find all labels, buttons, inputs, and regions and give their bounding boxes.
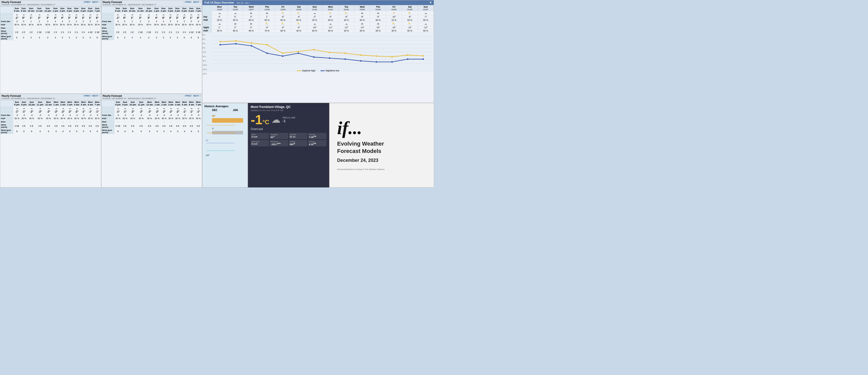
svg-point-32: [375, 61, 377, 63]
w8: 2 S: [66, 30, 73, 35]
svg-point-14: [313, 49, 315, 50]
courtesy-text: Screenshots/Data Courtesy of The Weather…: [337, 168, 426, 170]
temp7: 4°: [59, 16, 66, 20]
hourly-panel-1: Hourly Forecast SUNDAY, DECEMBER 24 - WE…: [0, 0, 101, 94]
w2: 2 E: [20, 30, 27, 35]
if-text: if...: [337, 120, 426, 136]
wg7: 3: [59, 35, 66, 40]
svg-point-12: [282, 53, 283, 54]
overview-title: Full 14 Days Overview: [205, 1, 234, 4]
svg-point-10: [251, 42, 252, 44]
svg-point-8: [219, 41, 221, 42]
p2-sun-7: Sun7 pm: [195, 7, 202, 13]
panel1-subtitle: SUNDAY, DECEMBER 24 - WEDNESDAY, DECEMBE…: [2, 4, 55, 6]
wgust-label: Wind gust(km/h): [0, 35, 13, 40]
legend-nighttime: Nighttime low: [326, 69, 339, 72]
p2-sun-6: Sun6 pm: [188, 7, 195, 13]
left-column: Hourly Forecast SUNDAY, DECEMBER 24 - WE…: [0, 0, 202, 188]
svg-point-28: [313, 57, 315, 58]
temp12: 0°: [94, 16, 101, 20]
panel1-prev-btn[interactable]: ‹ PREV: [83, 1, 91, 3]
cond-3: ☁: [27, 13, 35, 16]
r8: -: [66, 26, 73, 30]
svg-point-17: [360, 55, 362, 56]
cond-12: ☁: [94, 13, 101, 16]
r9: -: [73, 26, 80, 30]
pop8: 30 %: [66, 23, 73, 26]
panel2-table: Sun8 am Sun9 am Sun10 am Sun11 am Sun12 …: [101, 7, 202, 40]
hist-val-neg7: -7°: [206, 139, 209, 142]
panel4-next-btn[interactable]: NEXT ›: [193, 95, 200, 97]
cw-condition: Overcast: [251, 127, 327, 131]
r1: -: [13, 26, 20, 30]
cw-feels-val: -1: [282, 119, 296, 123]
svg-point-20: [407, 55, 408, 56]
panel1-table: Sun8 am Sun9 am Sun10 am Sun11 am Sun12 …: [0, 7, 101, 40]
panel3-next-btn[interactable]: NEXT ›: [92, 95, 100, 97]
hist-val-neg23: -23°: [206, 154, 210, 157]
svg-point-30: [344, 59, 346, 60]
overview-header: Full 14 Days Overview Dec 25 - Jan 7 ✕: [203, 0, 434, 5]
cw-location: Mont-Tremblant-Village, QC: [251, 105, 327, 109]
historic-chart: 25° 9° -7° -23°: [205, 112, 246, 163]
visibility-label: Visibility: [290, 134, 307, 135]
hourly-panel-4: Hourly Forecast SUNDAY, DECEMBER 24 - WE…: [101, 94, 203, 188]
col-sun-2pm: Sun2 pm: [59, 7, 66, 13]
fl11: 0: [87, 20, 94, 23]
r2: -: [20, 26, 27, 30]
pop5: 30 %: [43, 23, 52, 26]
pop10: 30 %: [80, 23, 87, 26]
panel2-next-btn[interactable]: NEXT ›: [193, 1, 200, 3]
sunset-val: 4:16PM: [309, 142, 326, 145]
panel1-next-btn[interactable]: NEXT ›: [92, 1, 100, 3]
panel2-prev-btn[interactable]: ‹ PREV: [184, 1, 191, 3]
col-header-blank: [0, 7, 13, 13]
fl2: 0: [20, 20, 27, 23]
pop1: 30 %: [13, 23, 20, 26]
sunrise-label: Sunrise: [309, 134, 326, 135]
p2-blank: [101, 7, 115, 13]
overview-daterange: Dec 25 - Jan 7: [237, 2, 250, 4]
cond-10: ☁: [80, 13, 87, 16]
temp5: 3°: [43, 16, 52, 20]
svg-point-9: [235, 40, 237, 42]
svg-point-25: [266, 53, 268, 54]
pop4: 30 %: [35, 23, 44, 26]
svg-point-24: [251, 45, 252, 46]
ceiling-val: 600m: [290, 142, 307, 145]
p2-sun-3: Sun3 pm: [167, 7, 174, 13]
month-jan: JAN: [233, 109, 238, 111]
pressure-val: ↓102.7kPa: [271, 142, 287, 145]
r5: -: [43, 26, 52, 30]
p2-sun-10: Sun10 am: [128, 7, 136, 13]
top-half: Hourly Forecast SUNDAY, DECEMBER 24 - WE…: [0, 0, 202, 94]
fl4: 2: [35, 20, 44, 23]
feels-label: Feels like: [0, 20, 13, 23]
wg8: 3: [66, 35, 73, 40]
svg-point-21: [423, 55, 424, 57]
svg-point-27: [298, 53, 299, 54]
overview-table: Mon12/25 Tue12/26 Wed12/27 Thu12/28 Fri1…: [203, 5, 434, 33]
cw-temp-val: -1: [251, 112, 262, 127]
historic-title: Historic Averages:: [205, 105, 246, 108]
svg-point-33: [391, 61, 393, 63]
temp2: 0°: [20, 16, 27, 20]
windgust-label: Wind gust: [251, 141, 268, 142]
pressure-label: Pressure: [271, 141, 287, 142]
evolving-title: Evolving WeatherForecast Models: [337, 140, 426, 155]
close-icon[interactable]: ✕: [429, 1, 432, 4]
panel4-prev-btn[interactable]: ‹ PREV: [184, 95, 191, 97]
r4: -: [35, 26, 44, 30]
panel3-prev-btn[interactable]: ‹ PREV: [83, 95, 91, 97]
cond-11: ☁: [87, 13, 94, 16]
w1: 3 E: [13, 30, 20, 35]
svg-point-11: [266, 44, 268, 45]
cw-updated: Updated on Sun, Dec 24 at 8:47 AM: [251, 109, 327, 111]
fl5: 3: [43, 20, 52, 23]
wind-label: Wind: [251, 134, 268, 135]
col-sun-1pm: Sun1 pm: [52, 7, 59, 13]
wg2: 3: [20, 35, 27, 40]
r6: -: [52, 26, 59, 30]
p2-sun-8: Sun8 am: [115, 7, 121, 13]
wg11: 6: [87, 35, 94, 40]
